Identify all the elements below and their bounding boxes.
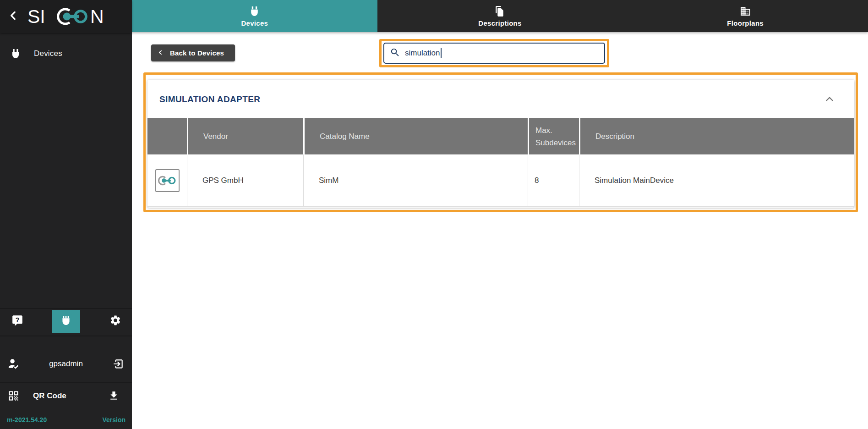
column-header-icon (147, 118, 187, 154)
adapter-icon-cell (147, 154, 187, 207)
logout-icon (112, 358, 124, 370)
chevron-left-icon (158, 49, 164, 57)
download-qr-button[interactable] (108, 390, 120, 402)
search-input-value: simulation (405, 49, 440, 58)
collapse-card-button[interactable] (823, 93, 836, 105)
search-icon (390, 47, 400, 60)
app-window: SI N Devices (0, 0, 868, 429)
tab-devices[interactable]: Devices (132, 0, 377, 32)
column-header-vendor: Vendor (187, 118, 303, 154)
tab-descriptions[interactable]: Descriptions (377, 0, 623, 32)
table-row[interactable]: GPS GmbH SimM 8 Simulation MainDevice (147, 154, 854, 207)
divider (0, 382, 132, 383)
description-cell: Simulation MainDevice (579, 154, 854, 207)
adapter-logo-icon (155, 169, 180, 192)
documents-copy-icon (494, 6, 506, 17)
version-row: m-2021.54.20 Version (0, 413, 132, 429)
logo-suffix: N (90, 6, 104, 27)
back-to-devices-button[interactable]: Back to Devices (151, 44, 235, 61)
text-cursor (441, 48, 442, 58)
column-header-catalog-name: Catalog Name (303, 118, 528, 154)
divider (0, 336, 132, 336)
logout-button[interactable] (112, 358, 124, 370)
catalog-name-cell: SimM (303, 154, 528, 207)
logo-prefix: SI (27, 6, 45, 27)
top-tab-bar: Devices Descriptions Floorplans (132, 0, 868, 32)
plug-icon (10, 48, 21, 59)
search-highlight-box: simulation (379, 39, 609, 67)
column-header-description: Description (579, 118, 854, 154)
card-title: SIMULATION ADAPTER (159, 94, 260, 104)
max-subdevices-cell: 8 (528, 154, 579, 207)
search-input[interactable]: simulation (383, 43, 605, 64)
divider (0, 308, 132, 309)
qr-code-label: QR Code (33, 391, 66, 401)
sidebar-item-devices[interactable]: Devices (0, 43, 132, 64)
qr-code-row: QR Code (0, 385, 132, 407)
sidebar-header: SI N (0, 0, 132, 33)
building-icon (740, 6, 751, 17)
plug-icon (249, 6, 260, 17)
card-header: SIMULATION ADAPTER (147, 80, 854, 118)
tab-floorplans[interactable]: Floorplans (622, 0, 868, 32)
help-icon: ? (11, 314, 23, 328)
main-content: Back to Devices simulation SIMULATION AD… (132, 32, 868, 429)
column-header-max-subdevices: Max. Subdevices (528, 118, 579, 154)
settings-button[interactable] (105, 310, 126, 333)
qr-code-icon (7, 390, 20, 402)
version-label: Version (102, 416, 126, 424)
download-icon (108, 390, 120, 402)
simulation-adapter-card: SIMULATION ADAPTER Vendor Catalog Name M… (147, 80, 854, 208)
sidebar: SI N Devices (0, 0, 132, 429)
svg-text:?: ? (16, 316, 20, 324)
sidebar-icon-row: ? (0, 310, 132, 333)
devices-panel-button[interactable] (52, 310, 80, 333)
gear-icon (109, 314, 121, 328)
sicon-logo: SI N (27, 6, 111, 28)
chevron-up-icon (824, 93, 835, 105)
version-value: m-2021.54.20 (7, 416, 47, 424)
vendor-cell: GPS GmbH (187, 154, 303, 207)
chevron-left-icon (7, 10, 19, 23)
collapse-sidebar-button[interactable] (3, 6, 24, 27)
user-row: gpsadmin (0, 353, 132, 375)
plug-icon (60, 314, 72, 328)
adapter-table-header: Vendor Catalog Name Max. Subdevices Desc… (147, 118, 854, 154)
help-button[interactable]: ? (8, 310, 27, 333)
sidebar-item-label: Devices (34, 49, 62, 58)
